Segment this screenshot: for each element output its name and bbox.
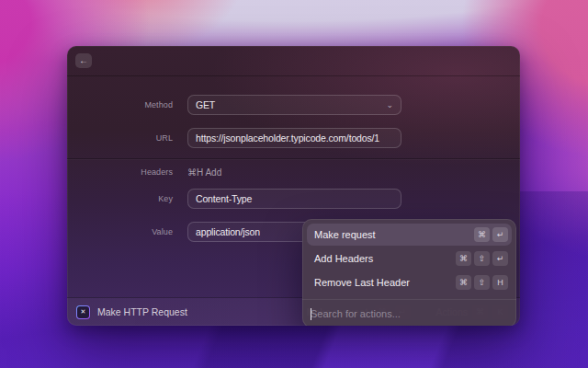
- shift-key-icon: ⇧: [474, 275, 490, 290]
- action-shortcut: ⌘ ⇧ ↵: [456, 251, 508, 266]
- action-item-make-request[interactable]: Make request ⌘ ↵: [307, 224, 512, 246]
- action-item-remove-last-header[interactable]: Remove Last Header ⌘ ⇧ H: [307, 271, 512, 293]
- form-area: Method GET ⌄ URL https://jsonplaceholder…: [67, 77, 520, 297]
- extension-info: ✕ Make HTTP Request: [76, 305, 306, 319]
- method-value: GET: [196, 99, 381, 110]
- action-item-add-headers[interactable]: Add Headers ⌘ ⇧ ↵: [307, 247, 512, 270]
- cmd-key-icon: ⌘: [456, 275, 471, 290]
- value-label: Value: [67, 227, 173, 236]
- action-label: Make request: [314, 229, 376, 240]
- shift-key-icon: ⇧: [474, 251, 490, 266]
- form-row-method: Method GET ⌄: [67, 95, 520, 115]
- extension-title: Make HTTP Request: [97, 306, 187, 317]
- key-value: Content-Type: [196, 193, 393, 204]
- actions-search-input[interactable]: [311, 308, 508, 319]
- raycast-window: ← Method GET ⌄ URL https://jsonplacehold…: [67, 46, 520, 326]
- actions-search: [302, 299, 516, 326]
- form-row-headers: Headers ⌘H Add: [67, 166, 520, 178]
- chevron-down-icon: ⌄: [387, 100, 393, 109]
- form-row-url: URL https://jsonplaceholder.typicode.com…: [67, 128, 520, 148]
- h-key-icon: H: [492, 275, 508, 290]
- headers-label: Headers: [67, 167, 173, 177]
- url-label: URL: [67, 133, 173, 143]
- key-label: Key: [67, 194, 173, 203]
- actions-popup: Make request ⌘ ↵ Add Headers ⌘ ⇧ ↵ Remov…: [302, 219, 516, 326]
- method-label: Method: [67, 100, 173, 109]
- section-divider: [67, 158, 520, 159]
- window-header: ←: [67, 46, 520, 76]
- back-arrow-icon: ←: [79, 53, 88, 68]
- url-input[interactable]: https://jsonplaceholder.typicode.com/tod…: [187, 128, 401, 148]
- action-shortcut: ⌘ ↵: [474, 227, 508, 242]
- cmd-key-icon: ⌘: [474, 227, 490, 242]
- action-label: Remove Last Header: [314, 277, 410, 288]
- cmd-key-icon: ⌘: [456, 251, 471, 266]
- form-row-key: Key Content-Type: [67, 189, 520, 209]
- url-value: https://jsonplaceholder.typicode.com/tod…: [196, 132, 393, 144]
- headers-add-shortcut[interactable]: ⌘H Add: [187, 167, 221, 178]
- back-button[interactable]: ←: [75, 53, 92, 68]
- return-key-icon: ↵: [492, 227, 508, 242]
- action-label: Add Headers: [314, 253, 373, 264]
- method-dropdown[interactable]: GET ⌄: [187, 95, 401, 115]
- key-input[interactable]: Content-Type: [187, 189, 401, 209]
- text-cursor: [311, 308, 311, 320]
- action-shortcut: ⌘ ⇧ H: [456, 275, 508, 290]
- return-key-icon: ↵: [492, 251, 508, 266]
- extension-icon: ✕: [76, 305, 90, 319]
